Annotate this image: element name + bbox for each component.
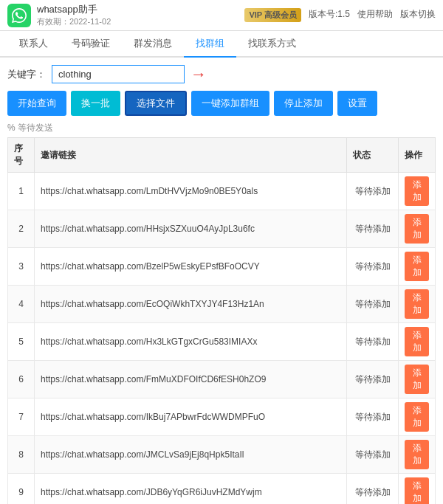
add-button[interactable]: 添加 <box>405 214 429 244</box>
row-link: https://chat.whatsapp.com/JMCLvSa9jEj8qH… <box>35 436 347 474</box>
app-info: whatsapp助手 有效期：2022-11-02 <box>37 3 111 27</box>
row-action: 添加 <box>399 248 436 286</box>
add-button[interactable]: 添加 <box>405 365 429 394</box>
progress-text: 等待发送 <box>18 122 53 133</box>
table-row: 4https://chat.whatsapp.com/EcOQiWkhTXYJY… <box>8 286 436 323</box>
add-all-groups-button[interactable]: 一键添加群组 <box>191 91 269 116</box>
col-header-no: 序号 <box>8 138 35 173</box>
arrow-right-icon: → <box>190 66 207 83</box>
row-number: 3 <box>8 248 35 286</box>
progress-row: % 等待发送 <box>7 122 436 134</box>
table-row: 6https://chat.whatsapp.com/FmMuXDFOIfCD6… <box>8 361 436 398</box>
tab-group-message[interactable]: 群发消息 <box>122 31 184 58</box>
table-row: 3https://chat.whatsapp.com/BzelP5wEskyEP… <box>8 248 436 286</box>
row-action: 添加 <box>399 436 436 474</box>
add-button[interactable]: 添加 <box>405 440 429 469</box>
row-action: 添加 <box>399 398 436 436</box>
keyword-input[interactable] <box>52 65 185 83</box>
row-link: https://chat.whatsapp.com/EcOQiWkhTXYJY4… <box>35 286 347 323</box>
row-number: 9 <box>8 474 35 505</box>
table-row: 2https://chat.whatsapp.com/HHsjxSZXuuO4A… <box>8 210 436 248</box>
start-query-button[interactable]: 开始查询 <box>7 91 66 116</box>
row-action: 添加 <box>399 474 436 505</box>
row-link: https://chat.whatsapp.com/LmDtHVVjzMo9n0… <box>35 173 347 210</box>
col-header-status: 状态 <box>347 138 399 173</box>
add-button[interactable]: 添加 <box>405 402 429 432</box>
row-link: https://chat.whatsapp.com/JDB6yYqGR6iJuv… <box>35 474 347 505</box>
row-number: 2 <box>8 210 35 248</box>
row-link: https://chat.whatsapp.com/HHsjxSZXuuO4Ay… <box>35 210 347 248</box>
tab-contacts[interactable]: 联系人 <box>7 31 60 58</box>
row-status: 等待添加 <box>347 398 399 436</box>
stop-add-button[interactable]: 停止添加 <box>274 91 333 116</box>
row-link: https://chat.whatsapp.com/Hx3LkGTgxCrGu5… <box>35 323 347 361</box>
row-status: 等待添加 <box>347 248 399 286</box>
top-bar-left: whatsapp助手 有效期：2022-11-02 <box>7 3 111 27</box>
main-content: 关键字： → 开始查询 换一批 选择文件 一键添加群组 停止添加 设置 % 等待… <box>0 58 443 504</box>
row-number: 5 <box>8 323 35 361</box>
select-file-button[interactable]: 选择文件 <box>125 91 187 116</box>
row-action: 添加 <box>399 173 436 210</box>
table-row: 5https://chat.whatsapp.com/Hx3LkGTgxCrGu… <box>8 323 436 361</box>
validity: 有效期：2022-11-02 <box>37 16 111 27</box>
row-status: 等待添加 <box>347 361 399 398</box>
tab-verification[interactable]: 号码验证 <box>60 31 122 58</box>
row-action: 添加 <box>399 361 436 398</box>
groups-table: 序号 邀请链接 状态 操作 1https://chat.whatsapp.com… <box>7 137 436 504</box>
row-number: 4 <box>8 286 35 323</box>
add-button[interactable]: 添加 <box>405 252 429 281</box>
row-status: 等待添加 <box>347 436 399 474</box>
row-number: 8 <box>8 436 35 474</box>
add-button[interactable]: 添加 <box>405 327 429 356</box>
row-number: 7 <box>8 398 35 436</box>
row-status: 等待添加 <box>347 286 399 323</box>
row-status: 等待添加 <box>347 210 399 248</box>
app-name: whatsapp助手 <box>37 3 111 16</box>
row-link: https://chat.whatsapp.com/IkBuj7APbwrFdc… <box>35 398 347 436</box>
top-bar: whatsapp助手 有效期：2022-11-02 VIP 高级会员 版本号:1… <box>0 0 443 31</box>
add-button[interactable]: 添加 <box>405 477 429 504</box>
row-status: 等待添加 <box>347 474 399 505</box>
keyword-label: 关键字： <box>7 68 46 81</box>
settings-button[interactable]: 设置 <box>337 91 377 116</box>
table-row: 8https://chat.whatsapp.com/JMCLvSa9jEj8q… <box>8 436 436 474</box>
row-status: 等待添加 <box>347 173 399 210</box>
col-header-action: 操作 <box>399 138 436 173</box>
help-link[interactable]: 使用帮助 <box>357 8 393 22</box>
switch-link[interactable]: 版本切换 <box>400 8 436 22</box>
row-action: 添加 <box>399 286 436 323</box>
whatsapp-icon <box>7 4 31 27</box>
row-link: https://chat.whatsapp.com/FmMuXDFOIfCD6f… <box>35 361 347 398</box>
add-button[interactable]: 添加 <box>405 289 429 319</box>
keyword-row: 关键字： → <box>7 65 436 83</box>
nav-tabs: 联系人 号码验证 群发消息 找群组 找联系方式 <box>0 31 443 58</box>
tab-find-group[interactable]: 找群组 <box>184 31 236 58</box>
version-label: 版本号:1.5 <box>309 8 350 22</box>
row-link: https://chat.whatsapp.com/BzelP5wEskyEPs… <box>35 248 347 286</box>
button-row: 开始查询 换一批 选择文件 一键添加群组 停止添加 设置 <box>7 91 436 116</box>
row-number: 1 <box>8 173 35 210</box>
tab-find-contact[interactable]: 找联系方式 <box>236 31 308 58</box>
row-status: 等待添加 <box>347 323 399 361</box>
table-row: 9https://chat.whatsapp.com/JDB6yYqGR6iJu… <box>8 474 436 505</box>
top-bar-right: VIP 高级会员 版本号:1.5 使用帮助 版本切换 <box>244 8 436 22</box>
switch-batch-button[interactable]: 换一批 <box>71 91 120 116</box>
vip-badge: VIP 高级会员 <box>244 8 301 22</box>
table-row: 7https://chat.whatsapp.com/IkBuj7APbwrFd… <box>8 398 436 436</box>
row-number: 6 <box>8 361 35 398</box>
table-row: 1https://chat.whatsapp.com/LmDtHVVjzMo9n… <box>8 173 436 210</box>
progress-percent: % <box>7 122 16 133</box>
add-button[interactable]: 添加 <box>405 176 429 206</box>
row-action: 添加 <box>399 323 436 361</box>
col-header-link: 邀请链接 <box>35 138 347 173</box>
row-action: 添加 <box>399 210 436 248</box>
